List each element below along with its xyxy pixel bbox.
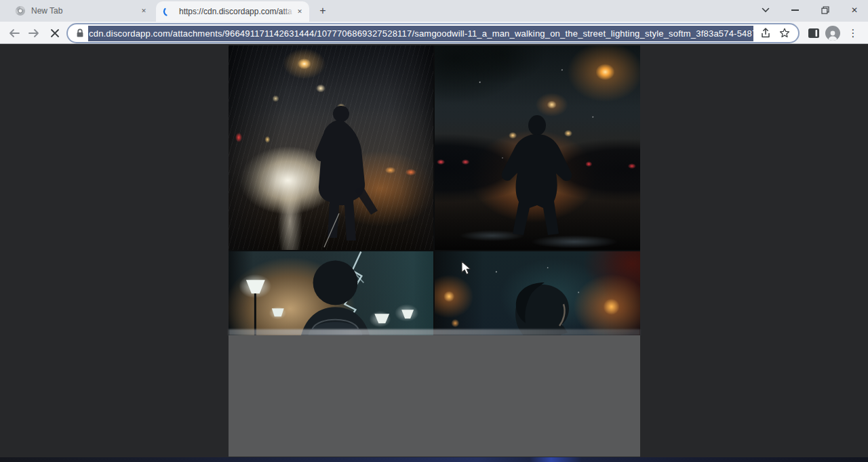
- close-window-button[interactable]: ✕: [841, 0, 868, 20]
- tab-title: New Tab: [31, 6, 138, 16]
- new-tab-button[interactable]: +: [316, 4, 330, 18]
- avatar: [825, 26, 840, 41]
- page-content: [0, 45, 868, 462]
- browser-toolbar: cdn.discordapp.com/attachments/966491171…: [0, 22, 868, 44]
- chrome-logo-icon: [15, 5, 26, 16]
- share-button[interactable]: [759, 26, 772, 40]
- tab-discord-cdn[interactable]: https://cdn.discordapp.com/atta ✕: [156, 1, 309, 22]
- progressive-scan-band: [229, 329, 640, 335]
- browser-menu-button[interactable]: ⋮: [844, 24, 863, 43]
- person-icon: [827, 30, 839, 41]
- mouse-cursor: [461, 261, 472, 276]
- tab-close-button[interactable]: ✕: [138, 5, 149, 16]
- stop-x-icon: [50, 28, 60, 38]
- man-silhouette-front: [435, 45, 640, 250]
- bookmark-button[interactable]: [778, 26, 791, 40]
- man-silhouette-back: [229, 45, 433, 250]
- unloaded-image-placeholder: [229, 335, 640, 457]
- star-outline-icon: [778, 27, 791, 39]
- minimize-icon: [791, 9, 799, 10]
- tab-strip: New Tab ✕ https://cdn.discordapp.com/att…: [0, 0, 868, 22]
- back-arrow-icon: [8, 28, 20, 39]
- side-panel-button[interactable]: [804, 24, 823, 43]
- tab-title-fade: [282, 7, 294, 16]
- stop-loading-button[interactable]: [45, 24, 64, 43]
- omnibox-actions: [753, 26, 798, 40]
- share-icon: [760, 27, 772, 39]
- restore-button[interactable]: [812, 0, 839, 20]
- tab-close-button[interactable]: ✕: [294, 6, 305, 17]
- url-text[interactable]: cdn.discordapp.com/attachments/966491171…: [88, 24, 753, 42]
- chevron-down-icon: [762, 7, 770, 13]
- back-button[interactable]: [5, 24, 24, 43]
- tab-title: https://cdn.discordapp.com/atta: [179, 7, 294, 16]
- side-panel-icon: [808, 28, 820, 39]
- image-quadrant-rainy-street-man-back: [229, 45, 433, 250]
- loading-spinner-icon: [163, 6, 174, 17]
- lock-icon: [75, 28, 85, 39]
- address-bar[interactable]: cdn.discordapp.com/attachments/966491171…: [68, 24, 798, 42]
- profile-button[interactable]: [823, 24, 842, 43]
- tab-search-button[interactable]: [752, 0, 779, 20]
- image-quadrant-snowy-street-man-front: [435, 45, 640, 250]
- minimize-button[interactable]: [781, 0, 808, 20]
- restore-icon: [821, 6, 829, 14]
- url-selected-text: cdn.discordapp.com/attachments/966491171…: [88, 26, 753, 41]
- tab-new-tab[interactable]: New Tab ✕: [7, 0, 153, 22]
- forward-arrow-icon: [28, 28, 40, 39]
- tab-title-fade: [126, 6, 138, 16]
- taskbar-edge: [0, 457, 868, 462]
- forward-button[interactable]: [24, 24, 43, 43]
- loading-image[interactable]: [229, 45, 640, 457]
